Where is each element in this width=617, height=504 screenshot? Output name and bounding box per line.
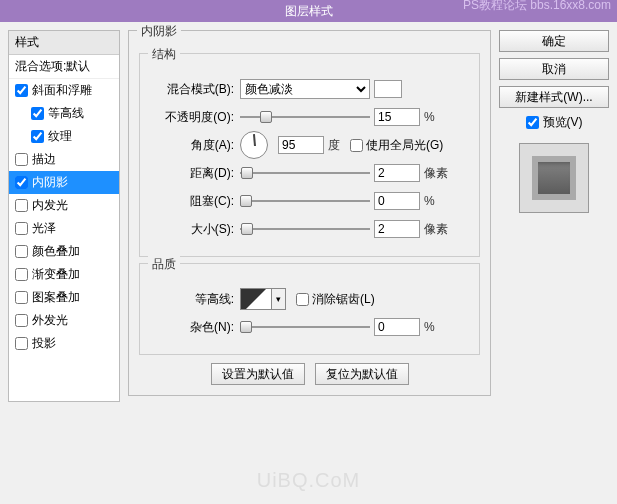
quality-group: 品质 等高线: ▾ 消除锯齿(L) 杂色(N): <box>139 263 480 355</box>
style-item[interactable]: 光泽 <box>9 217 119 240</box>
global-light-label[interactable]: 使用全局光(G) <box>350 137 443 154</box>
ok-button[interactable]: 确定 <box>499 30 609 52</box>
style-checkbox[interactable] <box>31 107 44 120</box>
style-checkbox[interactable] <box>15 222 28 235</box>
style-item[interactable]: 图案叠加 <box>9 286 119 309</box>
style-item[interactable]: 描边 <box>9 148 119 171</box>
style-checkbox[interactable] <box>15 268 28 281</box>
opacity-label: 不透明度(O): <box>150 109 240 126</box>
preview-row[interactable]: 预览(V) <box>499 114 609 131</box>
choke-slider[interactable] <box>240 194 370 208</box>
size-label: 大小(S): <box>150 221 240 238</box>
style-label: 内发光 <box>32 197 68 214</box>
style-item[interactable]: 内阴影 <box>9 171 119 194</box>
noise-unit: % <box>424 320 435 334</box>
antialias-label[interactable]: 消除锯齿(L) <box>296 291 375 308</box>
structure-title: 结构 <box>148 46 180 63</box>
watermark-bottom: UiBQ.CoM <box>257 469 361 492</box>
angle-dial[interactable] <box>240 131 268 159</box>
size-input[interactable] <box>374 220 420 238</box>
contour-label: 等高线: <box>150 291 240 308</box>
right-panel: 确定 取消 新建样式(W)... 预览(V) <box>499 30 609 402</box>
style-label: 内阴影 <box>32 174 68 191</box>
new-style-button[interactable]: 新建样式(W)... <box>499 86 609 108</box>
style-label: 图案叠加 <box>32 289 80 306</box>
noise-slider[interactable] <box>240 320 370 334</box>
style-checkbox[interactable] <box>15 84 28 97</box>
window-title: 图层样式 <box>285 4 333 18</box>
style-label: 颜色叠加 <box>32 243 80 260</box>
cancel-button[interactable]: 取消 <box>499 58 609 80</box>
choke-label: 阻塞(C): <box>150 193 240 210</box>
style-checkbox[interactable] <box>31 130 44 143</box>
style-label: 描边 <box>32 151 56 168</box>
style-item[interactable]: 渐变叠加 <box>9 263 119 286</box>
noise-input[interactable] <box>374 318 420 336</box>
angle-label: 角度(A): <box>150 137 240 154</box>
style-checkbox[interactable] <box>15 176 28 189</box>
chevron-down-icon[interactable]: ▾ <box>272 288 286 310</box>
reset-default-button[interactable]: 复位为默认值 <box>315 363 409 385</box>
style-item[interactable]: 纹理 <box>9 125 119 148</box>
distance-unit: 像素 <box>424 165 448 182</box>
style-label: 渐变叠加 <box>32 266 80 283</box>
style-checkbox[interactable] <box>15 245 28 258</box>
style-label: 光泽 <box>32 220 56 237</box>
style-item[interactable]: 内发光 <box>9 194 119 217</box>
style-item[interactable]: 颜色叠加 <box>9 240 119 263</box>
style-label: 投影 <box>32 335 56 352</box>
style-label: 等高线 <box>48 105 84 122</box>
layer-style-dialog: 图层样式 PS教程论坛 bbs.16xx8.com 样式 混合选项:默认 斜面和… <box>0 0 617 504</box>
global-light-checkbox[interactable] <box>350 139 363 152</box>
watermark-top: PS教程论坛 bbs.16xx8.com <box>463 0 611 11</box>
opacity-input[interactable] <box>374 108 420 126</box>
style-label: 纹理 <box>48 128 72 145</box>
style-checkbox[interactable] <box>15 291 28 304</box>
preview-checkbox[interactable] <box>526 116 539 129</box>
distance-label: 距离(D): <box>150 165 240 182</box>
distance-slider[interactable] <box>240 166 370 180</box>
group-heading: 内阴影 <box>137 23 181 40</box>
choke-input[interactable] <box>374 192 420 210</box>
contour-picker[interactable]: ▾ <box>240 288 286 310</box>
shadow-color-swatch[interactable] <box>374 80 402 98</box>
blend-options[interactable]: 混合选项:默认 <box>9 55 119 79</box>
preview-label: 预览(V) <box>543 114 583 131</box>
style-label: 斜面和浮雕 <box>32 82 92 99</box>
styles-header[interactable]: 样式 <box>9 31 119 55</box>
inner-shadow-group: 内阴影 结构 混合模式(B): 颜色减淡 不透明度(O): % <box>128 30 491 396</box>
preview-box <box>519 143 589 213</box>
preview-thumbnail <box>532 156 576 200</box>
antialias-checkbox[interactable] <box>296 293 309 306</box>
style-checkbox[interactable] <box>15 153 28 166</box>
noise-label: 杂色(N): <box>150 319 240 336</box>
style-item[interactable]: 等高线 <box>9 102 119 125</box>
structure-group: 结构 混合模式(B): 颜色减淡 不透明度(O): % 角度(A): <box>139 53 480 257</box>
opacity-unit: % <box>424 110 435 124</box>
style-checkbox[interactable] <box>15 337 28 350</box>
style-checkbox[interactable] <box>15 199 28 212</box>
size-slider[interactable] <box>240 222 370 236</box>
style-label: 外发光 <box>32 312 68 329</box>
size-unit: 像素 <box>424 221 448 238</box>
angle-input[interactable] <box>278 136 324 154</box>
distance-input[interactable] <box>374 164 420 182</box>
contour-swatch[interactable] <box>240 288 272 310</box>
blend-mode-select[interactable]: 颜色减淡 <box>240 79 370 99</box>
style-item[interactable]: 外发光 <box>9 309 119 332</box>
titlebar[interactable]: 图层样式 PS教程论坛 bbs.16xx8.com <box>0 0 617 22</box>
main-panel: 内阴影 结构 混合模式(B): 颜色减淡 不透明度(O): % <box>128 30 491 402</box>
choke-unit: % <box>424 194 435 208</box>
style-checkbox[interactable] <box>15 314 28 327</box>
styles-panel: 样式 混合选项:默认 斜面和浮雕等高线纹理描边内阴影内发光光泽颜色叠加渐变叠加图… <box>8 30 120 402</box>
quality-title: 品质 <box>148 256 180 273</box>
angle-unit: 度 <box>328 137 340 154</box>
style-item[interactable]: 斜面和浮雕 <box>9 79 119 102</box>
set-default-button[interactable]: 设置为默认值 <box>211 363 305 385</box>
blend-mode-label: 混合模式(B): <box>150 81 240 98</box>
opacity-slider[interactable] <box>240 110 370 124</box>
style-item[interactable]: 投影 <box>9 332 119 355</box>
